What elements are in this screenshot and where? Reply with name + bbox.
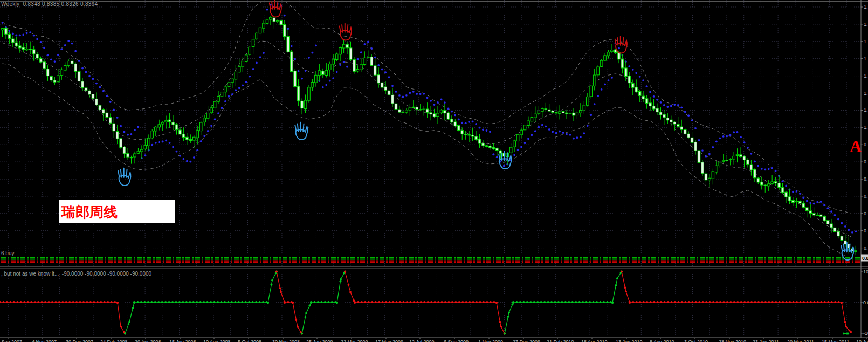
svg-text:0.: 0. [864, 245, 868, 251]
svg-text:18 Apr 2010: 18 Apr 2010 [581, 339, 608, 342]
svg-text:1.: 1. [864, 107, 868, 113]
grid-layer [0, 0, 861, 338]
svg-text:10 Jul 2011: 10 Jul 2011 [856, 339, 868, 342]
svg-text:0.: 0. [864, 176, 868, 182]
svg-text:1.: 1. [864, 91, 868, 96]
svg-text:17 May 2009: 17 May 2009 [375, 339, 403, 342]
svg-text:20 Mar 2011: 20 Mar 2011 [787, 339, 814, 342]
svg-text:28 Nov 2010: 28 Nov 2010 [719, 339, 746, 342]
svg-text:20 Apr 2008: 20 Apr 2008 [135, 339, 161, 342]
current-price-marker: 0.8 [861, 255, 868, 262]
frame-lines [0, 0, 868, 338]
buy-hand-icon [118, 168, 130, 186]
svg-text:0.0: 0.0 [863, 300, 868, 305]
svg-text:1.: 1. [864, 73, 868, 79]
svg-text:15 May 2011: 15 May 2011 [822, 339, 849, 342]
svg-text:12 Jul 2009: 12 Jul 2009 [409, 339, 435, 342]
psar-dots [2, 3, 857, 233]
svg-text:0.: 0. [864, 194, 868, 199]
mt4-chart-window: 1.1.1.1.1.1.1.1.0.0.0.0.0.0.0.100.0-100.… [0, 0, 868, 342]
svg-text:15 Jun 2008: 15 Jun 2008 [169, 339, 196, 342]
svg-text:-10: -10 [863, 331, 868, 336]
time-axis[interactable]: 9 Sep 20074 Nov 200730 Dec 200724 Feb 20… [0, 338, 868, 342]
svg-text:10 Aug 2008: 10 Aug 2008 [203, 339, 231, 342]
sell-hand-icon [615, 37, 627, 53]
svg-text:23 Jan 2011: 23 Jan 2011 [753, 339, 779, 342]
ribbon-indicator [1, 257, 860, 262]
svg-text:9 Sep 2007: 9 Sep 2007 [0, 339, 22, 342]
svg-text:10: 10 [863, 269, 868, 275]
band-mid [3, 41, 852, 237]
buy-hand-icon [295, 122, 307, 140]
svg-text:1.: 1. [864, 39, 868, 44]
svg-text:1.: 1. [864, 125, 868, 130]
svg-text:0.8: 0.8 [862, 256, 868, 261]
svg-text:1.: 1. [864, 56, 868, 61]
svg-text:1.: 1. [864, 4, 868, 10]
svg-text:30 Dec 2007: 30 Dec 2007 [66, 339, 93, 342]
svg-text:8 Aug 2010: 8 Aug 2010 [650, 339, 674, 342]
svg-text:6 Sep 2009: 6 Sep 2009 [444, 339, 469, 342]
candles-layer [1, 16, 857, 258]
svg-text:4 Nov 2007: 4 Nov 2007 [32, 339, 57, 342]
svg-text:0.: 0. [864, 228, 868, 234]
sell-hand-icon [270, 1, 281, 17]
svg-text:1.: 1. [864, 22, 868, 27]
price-axis[interactable]: 1.1.1.1.1.1.1.1.0.0.0.0.0.0.0.100.0-10 [861, 4, 868, 336]
svg-text:22 Mar 2009: 22 Mar 2009 [341, 339, 368, 342]
svg-text:5 Oct 2008: 5 Oct 2008 [238, 339, 261, 342]
svg-text:30 Nov 2008: 30 Nov 2008 [272, 339, 300, 342]
svg-text:25 Jan 2009: 25 Jan 2009 [306, 339, 333, 342]
svg-text:21 Feb 2010: 21 Feb 2010 [547, 339, 574, 342]
svg-text:13 Jun 2010: 13 Jun 2010 [616, 339, 643, 342]
svg-text:0.: 0. [864, 159, 868, 165]
chart-canvas[interactable]: 1.1.1.1.1.1.1.1.0.0.0.0.0.0.0.100.0-100.… [0, 0, 868, 342]
svg-text:24 Feb 2008: 24 Feb 2008 [100, 339, 128, 342]
svg-text:0.: 0. [864, 211, 868, 216]
sell-hand-icon [340, 24, 352, 40]
svg-text:1 Nov 2009: 1 Nov 2009 [478, 339, 503, 342]
svg-text:0.: 0. [864, 142, 868, 147]
svg-text:3 Oct 2010: 3 Oct 2010 [684, 339, 708, 342]
bollinger-bands [3, 0, 852, 261]
svg-text:27 Dec 2009: 27 Dec 2009 [513, 339, 540, 342]
